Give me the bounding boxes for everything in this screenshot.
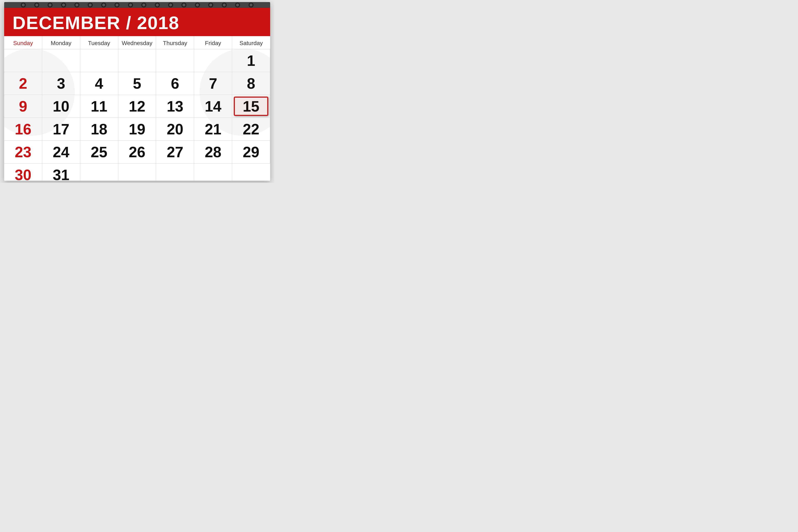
date-number: 5 [133,76,141,91]
date-number: 20 [167,122,183,137]
date-number-highlighted: 15 [243,99,259,114]
spiral-loop [181,2,186,7]
date-number: 27 [167,145,183,159]
cal-cell-3: 3 [42,72,80,95]
cal-cell-18: 18 [80,118,118,141]
cal-cell-14: 14 [194,95,232,118]
date-number: 29 [243,145,259,159]
cal-cell-27: 27 [156,141,194,164]
spiral-loop [101,2,106,7]
cal-cell-9: 9 [4,95,42,118]
cal-cell-empty [4,49,42,72]
cal-cell-empty [118,164,156,181]
month-year-title: DECEMBER / 2018 [13,14,179,32]
cal-cell-22: 22 [232,118,270,141]
day-header-saturday: Saturday [232,36,270,49]
cal-cell-25: 25 [80,141,118,164]
spiral-loop [168,2,173,7]
date-number: 8 [247,76,255,91]
spiral-loop [61,2,66,7]
date-number: 19 [129,122,145,137]
cal-cell-empty [80,49,118,72]
date-number: 1 [247,53,255,68]
spiral-loop [128,2,133,7]
cal-cell-2: 2 [4,72,42,95]
cal-cell-17: 17 [42,118,80,141]
date-number: 31 [53,167,69,181]
spiral-loop [141,2,146,7]
date-number: 30 [15,167,31,181]
cal-cell-23: 23 [4,141,42,164]
spiral-loop [248,2,254,7]
cal-cell-empty [232,164,270,181]
date-number: 18 [91,122,108,137]
date-number: 14 [205,99,221,114]
spiral-loop [48,2,53,7]
cal-cell-empty [156,164,194,181]
cal-cell-21: 21 [194,118,232,141]
days-header: Sunday Monday Tuesday Wednesday Thursday… [4,36,270,49]
cal-cell-1: 1 [232,49,270,72]
cal-cell-30: 30 [4,164,42,181]
date-number: 23 [15,145,31,159]
date-number: 11 [91,99,108,114]
cal-cell-11: 11 [80,95,118,118]
cal-cell-28: 28 [194,141,232,164]
cal-cell-31: 31 [42,164,80,181]
spiral-loop [74,2,79,7]
spiral-loop [114,2,119,7]
date-number: 28 [205,145,221,159]
date-number: 6 [171,76,179,91]
spiral-loop [208,2,213,7]
date-number: 22 [243,122,259,137]
cal-cell-24: 24 [42,141,80,164]
cal-cell-19: 19 [118,118,156,141]
cal-cell-empty [194,164,232,181]
spiral-loop [235,2,240,7]
spiral-loop [222,2,227,7]
cal-cell-29: 29 [232,141,270,164]
cal-cell-empty [118,49,156,72]
cal-cell-6: 6 [156,72,194,95]
cal-cell-20: 20 [156,118,194,141]
spiral-loop [155,2,160,7]
date-number: 16 [15,122,31,137]
day-header-friday: Friday [194,36,232,49]
cal-cell-16: 16 [4,118,42,141]
calendar-grid: 1 2 3 4 5 6 7 8 [4,49,270,181]
date-number: 12 [129,99,145,114]
cal-cell-10: 10 [42,95,80,118]
cal-cell-4: 4 [80,72,118,95]
date-number: 26 [129,145,145,159]
date-number: 7 [209,76,217,91]
cal-cell-26: 26 [118,141,156,164]
date-number: 17 [53,122,69,137]
spiral-loop [21,2,26,7]
cal-cell-8: 8 [232,72,270,95]
date-number: 3 [57,76,65,91]
spiral-loop [88,2,93,7]
date-number: 25 [91,145,108,159]
date-number: 2 [19,76,27,91]
spiral-loop [34,2,39,7]
spiral-loop [195,2,200,7]
cal-cell-15-highlighted[interactable]: 15 [232,95,270,118]
calendar-header: DECEMBER / 2018 [4,8,270,36]
cal-cell-empty [194,49,232,72]
day-header-monday: Monday [42,36,80,49]
date-number: 10 [53,99,69,114]
date-number: 24 [53,145,69,159]
calendar-body: Sunday Monday Tuesday Wednesday Thursday… [4,36,270,181]
day-header-wednesday: Wednesday [118,36,156,49]
day-header-tuesday: Tuesday [80,36,118,49]
day-header-sunday: Sunday [4,36,42,49]
date-number: 13 [167,99,183,114]
spiral-binding [4,2,270,8]
date-number: 21 [205,122,221,137]
date-number: 4 [95,76,103,91]
day-header-thursday: Thursday [156,36,194,49]
cal-cell-13: 13 [156,95,194,118]
cal-cell-12: 12 [118,95,156,118]
cal-cell-empty [80,164,118,181]
cal-cell-7: 7 [194,72,232,95]
